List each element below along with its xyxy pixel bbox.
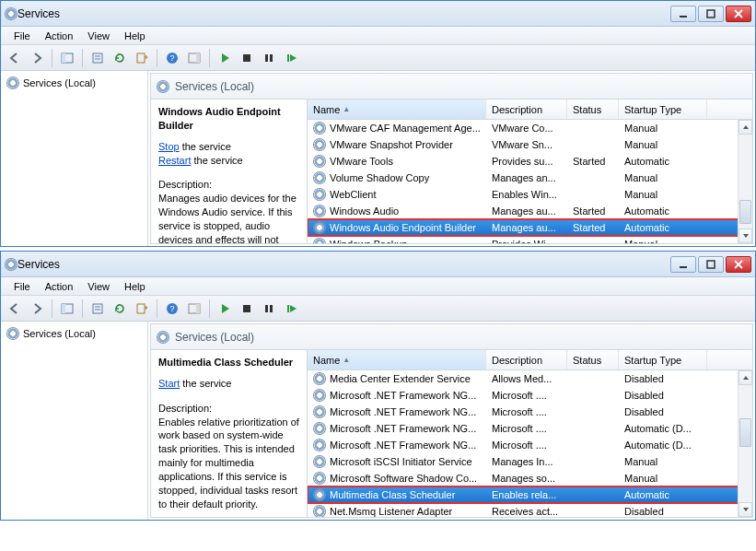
- app-icon: [5, 258, 17, 271]
- forward-button[interactable]: [27, 48, 47, 68]
- service-row[interactable]: VMware ToolsProvides su...StartedAutomat…: [308, 153, 752, 170]
- scroll-thumb[interactable]: [739, 418, 751, 448]
- service-status: Started: [567, 222, 619, 233]
- back-button[interactable]: [5, 48, 25, 68]
- stop-service-button[interactable]: [237, 299, 257, 319]
- close-button[interactable]: [726, 256, 751, 273]
- col-name[interactable]: Name▲: [308, 100, 486, 119]
- pause-service-button[interactable]: [259, 48, 279, 68]
- service-startup: Manual: [619, 123, 707, 134]
- service-row[interactable]: Microsoft .NET Framework NG...Microsoft …: [308, 420, 752, 437]
- col-status[interactable]: Status: [567, 100, 619, 119]
- window-title: Services: [17, 7, 670, 20]
- svg-rect-49: [196, 304, 200, 313]
- col-startup[interactable]: Startup Type: [619, 100, 707, 119]
- services-window: Services FileActionViewHelp ? Services (…: [0, 0, 756, 247]
- col-status[interactable]: Status: [567, 350, 619, 369]
- service-row[interactable]: WebClientEnables Win...Manual: [308, 186, 752, 203]
- export-button[interactable]: [132, 48, 152, 68]
- detail-heading: Windows Audio Endpoint Builder: [158, 105, 299, 133]
- scroll-track[interactable]: [739, 385, 752, 502]
- service-row[interactable]: Microsoft Software Shadow Co...Manages s…: [308, 470, 752, 487]
- col-description[interactable]: Description: [486, 350, 567, 369]
- show-hide-tree-button[interactable]: [57, 48, 77, 68]
- scroll-up-button[interactable]: [739, 370, 752, 385]
- service-description: Manages so...: [486, 473, 567, 484]
- menu-action[interactable]: Action: [38, 29, 81, 43]
- link-start[interactable]: Start: [158, 378, 180, 389]
- scroll-track[interactable]: [739, 135, 752, 229]
- service-description: VMware Co...: [486, 123, 567, 134]
- service-startup: Automatic: [619, 156, 707, 167]
- service-description: Manages In...: [486, 456, 567, 467]
- menu-view[interactable]: View: [80, 279, 117, 294]
- scroll-up-button[interactable]: [739, 120, 752, 135]
- scrollbar-vertical[interactable]: [738, 370, 752, 517]
- help-button[interactable]: ?: [162, 299, 182, 319]
- detail-heading: Multimedia Class Scheduler: [158, 356, 299, 369]
- menu-file[interactable]: File: [6, 29, 38, 43]
- forward-button[interactable]: [27, 299, 47, 319]
- refresh-button[interactable]: [110, 299, 130, 319]
- scroll-down-button[interactable]: [739, 229, 752, 243]
- action-pane-button[interactable]: [184, 299, 204, 319]
- menubar: FileActionViewHelp: [1, 27, 755, 45]
- service-row[interactable]: Multimedia Class SchedulerEnables rela..…: [308, 487, 752, 503]
- service-row[interactable]: Windows AudioManages au...StartedAutomat…: [308, 203, 752, 219]
- service-row[interactable]: Microsoft iSCSI Initiator ServiceManages…: [308, 453, 752, 470]
- start-service-button[interactable]: [215, 48, 235, 68]
- maximize-button[interactable]: [698, 6, 724, 22]
- menu-help[interactable]: Help: [117, 29, 153, 43]
- menu-action[interactable]: Action: [38, 279, 81, 294]
- service-row[interactable]: VMware Snapshot ProviderVMware Sn...Manu…: [308, 136, 752, 153]
- link-restart[interactable]: Restart: [158, 155, 191, 166]
- stop-service-button[interactable]: [237, 48, 257, 68]
- service-row[interactable]: Microsoft .NET Framework NG...Microsoft …: [308, 437, 752, 453]
- show-hide-tree-button[interactable]: [57, 299, 77, 319]
- tree-item-services-local[interactable]: Services (Local): [5, 325, 144, 342]
- restart-service-button[interactable]: [281, 48, 301, 68]
- service-row[interactable]: Volume Shadow CopyManages an...Manual: [308, 170, 752, 186]
- help-button[interactable]: ?: [162, 48, 182, 68]
- scrollbar-vertical[interactable]: [738, 120, 752, 243]
- scroll-down-button[interactable]: [739, 502, 752, 517]
- col-description[interactable]: Description: [486, 100, 567, 119]
- service-startup: Manual: [619, 139, 707, 150]
- back-button[interactable]: [5, 299, 25, 319]
- menu-file[interactable]: File: [6, 279, 38, 294]
- service-row[interactable]: Windows BackupProvides Wi...Manual: [308, 236, 752, 243]
- svg-text:?: ?: [169, 304, 174, 313]
- service-row[interactable]: Windows Audio Endpoint BuilderManages au…: [308, 219, 752, 236]
- action-pane-button[interactable]: [184, 48, 204, 68]
- service-name: Media Center Extender Service: [330, 373, 471, 384]
- menu-help[interactable]: Help: [117, 279, 153, 294]
- titlebar[interactable]: Services: [1, 252, 755, 277]
- service-row[interactable]: VMware CAF Management Age...VMware Co...…: [308, 120, 752, 136]
- minimize-button[interactable]: [670, 6, 696, 22]
- link-stop[interactable]: Stop: [158, 141, 180, 152]
- maximize-button[interactable]: [698, 256, 724, 273]
- pause-service-button[interactable]: [259, 299, 279, 319]
- menu-view[interactable]: View: [80, 29, 117, 43]
- service-description: Receives act...: [486, 506, 567, 517]
- properties-button[interactable]: [87, 48, 108, 68]
- tree-item-services-local[interactable]: Services (Local): [5, 75, 144, 91]
- properties-button[interactable]: [87, 299, 108, 319]
- service-row[interactable]: Media Center Extender ServiceAllows Med.…: [308, 370, 752, 387]
- service-name: Microsoft .NET Framework NG...: [330, 440, 476, 451]
- service-row[interactable]: Microsoft .NET Framework NG...Microsoft …: [308, 387, 752, 404]
- scroll-thumb[interactable]: [739, 200, 751, 224]
- titlebar[interactable]: Services: [1, 1, 755, 27]
- restart-service-button[interactable]: [281, 299, 301, 319]
- gear-icon: [313, 472, 326, 485]
- export-button[interactable]: [132, 299, 152, 319]
- minimize-button[interactable]: [670, 256, 696, 273]
- close-button[interactable]: [726, 6, 751, 22]
- col-name[interactable]: Name▲: [308, 350, 486, 369]
- service-description: Provides Wi...: [486, 239, 567, 243]
- service-row[interactable]: Microsoft .NET Framework NG...Microsoft …: [308, 404, 752, 420]
- col-startup[interactable]: Startup Type: [619, 350, 707, 369]
- start-service-button[interactable]: [215, 299, 235, 319]
- service-row[interactable]: Net.Msmq Listener AdapterReceives act...…: [308, 503, 752, 517]
- refresh-button[interactable]: [110, 48, 130, 68]
